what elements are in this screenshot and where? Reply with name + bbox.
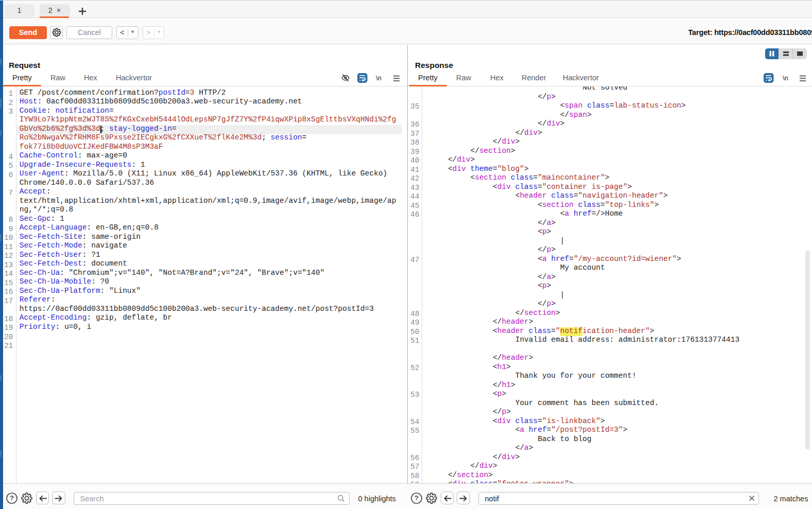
svg-text:?: ? xyxy=(10,494,14,502)
svg-text:?: ? xyxy=(414,494,419,502)
